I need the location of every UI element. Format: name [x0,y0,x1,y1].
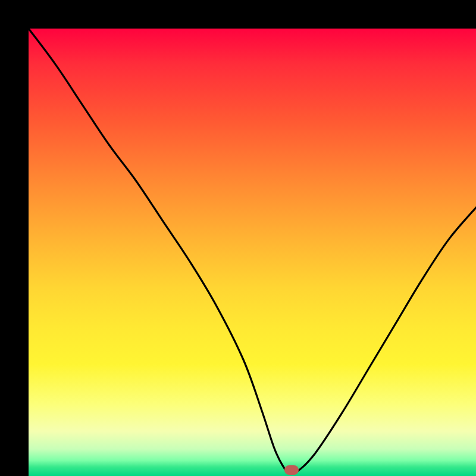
chart-frame [0,0,476,476]
optimal-point-marker [284,465,299,475]
plot-area [29,29,476,476]
bottleneck-curve [29,29,476,476]
